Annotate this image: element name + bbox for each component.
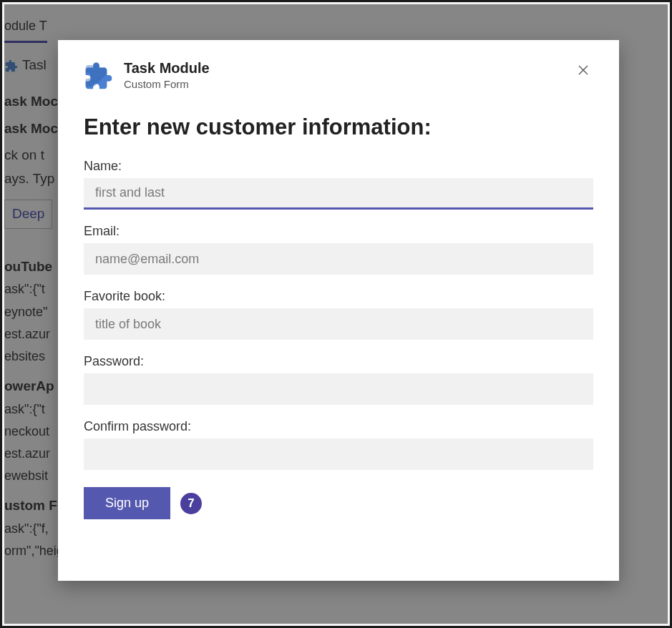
book-label: Favorite book: xyxy=(84,289,593,304)
task-module-dialog: Task Module Custom Form Enter new custom… xyxy=(58,40,619,581)
email-input[interactable] xyxy=(84,243,593,275)
confirm-password-field: Confirm password: xyxy=(84,419,593,470)
dialog-app-subtitle: Custom Form xyxy=(124,78,573,90)
book-input[interactable] xyxy=(84,308,593,340)
form-heading: Enter new customer information: xyxy=(84,114,593,140)
name-label: Name: xyxy=(84,159,593,174)
password-label: Password: xyxy=(84,354,593,369)
close-button[interactable] xyxy=(573,60,593,80)
email-field: Email: xyxy=(84,224,593,275)
annotation-callout-7: 7 xyxy=(180,493,202,514)
password-input[interactable] xyxy=(84,373,593,405)
close-icon xyxy=(578,64,589,76)
book-field: Favorite book: xyxy=(84,289,593,340)
signup-button[interactable]: Sign up xyxy=(84,487,170,519)
dialog-app-title: Task Module xyxy=(124,60,573,77)
password-field: Password: xyxy=(84,354,593,405)
email-label: Email: xyxy=(84,224,593,239)
name-field: Name: xyxy=(84,159,593,210)
screenshot-frame: odule T Tasl ask Moc ask Moc ck on t ays… xyxy=(0,0,672,628)
confirm-password-label: Confirm password: xyxy=(84,419,593,434)
dialog-header: Task Module Custom Form xyxy=(84,60,593,90)
confirm-password-input[interactable] xyxy=(84,438,593,470)
app-puzzle-icon xyxy=(84,60,114,90)
name-input[interactable] xyxy=(84,178,593,210)
